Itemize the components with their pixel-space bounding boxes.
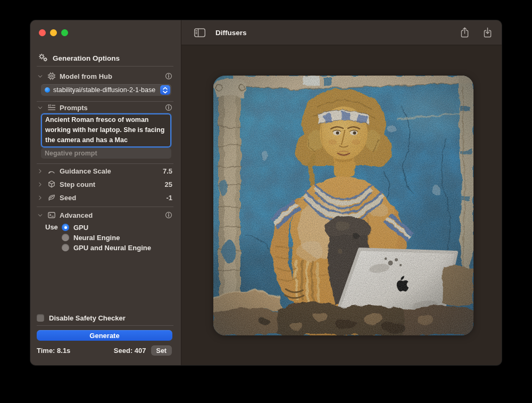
gears-icon: [38, 53, 48, 63]
info-icon[interactable]: [165, 104, 172, 111]
step-count-row[interactable]: Step count 25: [37, 179, 172, 189]
window-title: Diffusers: [215, 29, 247, 37]
radio-gpu-and-neural-engine[interactable]: GPU and Neural Engine: [62, 244, 151, 251]
dial-icon: [47, 167, 56, 175]
divider: [37, 325, 173, 326]
seed-value: -1: [166, 194, 172, 202]
compute-unit-group: Use GPU Neural Engine GPU and Neural Eng…: [45, 224, 151, 251]
sidebar-header: Generation Options: [38, 53, 172, 63]
model-status-dot: [45, 87, 50, 93]
image-canvas: [181, 45, 502, 365]
generate-button[interactable]: Generate: [37, 330, 172, 341]
chevron-right-icon: [37, 168, 43, 174]
chevron-right-icon: [37, 195, 43, 201]
desktop: { "titlebar": { "title": "Diffusers", "i…: [0, 0, 532, 403]
main-pane: Diffusers: [181, 20, 502, 365]
select-stepper-icon[interactable]: [160, 85, 170, 95]
radio-neural-engine[interactable]: Neural Engine: [62, 234, 151, 241]
model-select[interactable]: stabilityai/stable-diffusion-2-1-base: [41, 84, 171, 96]
checkbox-icon[interactable]: [37, 314, 44, 322]
titlebar: Diffusers: [181, 20, 502, 45]
model-select-value: stabilityai/stable-diffusion-2-1-base: [53, 86, 157, 94]
sidebar-toggle-icon[interactable]: [194, 28, 206, 38]
text-quote-icon: [47, 103, 56, 112]
prompt-input[interactable]: Ancient Roman fresco of woman working wi…: [41, 113, 171, 147]
result-seed: Seed: 407: [114, 347, 146, 355]
advanced-section-label: Advanced: [60, 211, 161, 219]
chevron-right-icon: [37, 182, 43, 187]
sidebar: Generation Options: [30, 20, 181, 365]
disable-safety-checker-row[interactable]: Disable Safety Checker: [37, 313, 126, 323]
traffic-lights: [39, 29, 68, 36]
negative-prompt-input[interactable]: [41, 148, 171, 159]
chip-icon: [47, 72, 56, 80]
radio-gpu-and-neural-engine-label: GPU and Neural Engine: [73, 244, 151, 252]
close-button[interactable]: [39, 29, 46, 36]
prompts-section-label: Prompts: [60, 104, 161, 112]
radio-gpu[interactable]: GPU: [62, 224, 151, 231]
guidance-scale-label: Guidance Scale: [60, 167, 159, 175]
guidance-scale-row[interactable]: Guidance Scale 7.5: [37, 166, 172, 176]
chevron-down-icon: [37, 212, 43, 218]
radio-neural-engine-label: Neural Engine: [73, 234, 120, 242]
divider: [37, 163, 173, 164]
sidebar-header-label: Generation Options: [53, 54, 120, 62]
status-bar: Time: 8.1s Seed: 407 Set: [37, 346, 172, 356]
model-section-header[interactable]: Model from Hub: [37, 71, 172, 81]
download-icon[interactable]: [483, 27, 493, 38]
leaf-icon: [47, 193, 56, 202]
generation-time: Time: 8.1s: [37, 347, 114, 355]
advanced-section-header[interactable]: Advanced: [37, 210, 172, 220]
set-seed-button[interactable]: Set: [151, 346, 172, 356]
disable-safety-checker-label: Disable Safety Checker: [49, 314, 126, 322]
use-label: Use: [45, 224, 62, 231]
step-count-label: Step count: [60, 180, 161, 188]
radio-icon: [62, 244, 69, 251]
model-section-label: Model from Hub: [60, 72, 161, 80]
terminal-icon: [47, 211, 56, 219]
seed-label: Seed: [60, 194, 162, 202]
generated-image-fresco[interactable]: [213, 76, 473, 335]
share-icon[interactable]: [460, 27, 470, 38]
chevron-down-icon: [37, 105, 43, 111]
info-icon[interactable]: [165, 72, 172, 80]
radio-gpu-label: GPU: [73, 224, 88, 232]
radio-icon: [62, 224, 69, 231]
chevron-down-icon: [37, 73, 43, 79]
seed-row[interactable]: Seed -1: [37, 193, 172, 202]
divider: [37, 207, 173, 207]
cube-icon: [47, 180, 56, 188]
guidance-scale-value: 7.5: [163, 167, 172, 175]
radio-icon: [62, 234, 69, 241]
zoom-button[interactable]: [61, 29, 68, 36]
info-icon[interactable]: [165, 211, 172, 219]
diffusers-window: Generation Options: [30, 20, 502, 365]
divider: [37, 101, 173, 102]
divider: [37, 66, 173, 67]
step-count-value: 25: [165, 180, 172, 188]
minimize-button[interactable]: [50, 29, 57, 36]
prompts-section-header[interactable]: Prompts: [37, 103, 172, 112]
